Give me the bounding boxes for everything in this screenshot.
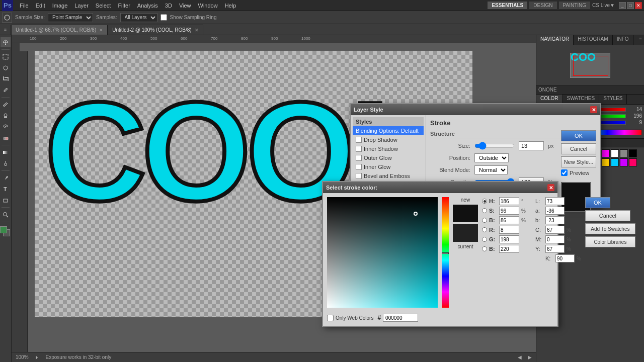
menu-edit[interactable]: Edit (32, 2, 49, 10)
tab-close-2[interactable]: ✕ (195, 28, 199, 33)
swatch-gold[interactable] (602, 158, 610, 166)
foreground-color-swatch[interactable] (0, 226, 7, 233)
outer-glow-checkbox[interactable] (356, 155, 362, 161)
color-picker-dialog[interactable]: Select stroke color: ✕ new current (322, 181, 558, 327)
swatch-black[interactable] (629, 149, 637, 157)
bevel-emboss-item[interactable]: Bevel and Emboss (353, 171, 424, 180)
color-new-box[interactable] (453, 205, 478, 222)
history-brush-tool[interactable] (1, 122, 11, 132)
swatch-sky[interactable] (611, 158, 619, 166)
layer-style-close-btn[interactable]: ✕ (590, 106, 597, 113)
stamp-tool[interactable] (1, 111, 11, 121)
menu-3d[interactable]: 3D (162, 2, 176, 10)
essentials-btn[interactable]: ESSENTIALS (488, 2, 527, 9)
menu-help[interactable]: Help (221, 2, 240, 10)
ls-cancel-btn[interactable]: Cancel (561, 143, 596, 154)
r-input[interactable] (499, 226, 519, 234)
s-input[interactable] (499, 207, 519, 215)
ls-new-style-btn[interactable]: New Style... (561, 156, 596, 167)
tab-navigator[interactable]: NAVIGATOR (536, 35, 574, 45)
painting-btn[interactable]: PAINTING (559, 2, 590, 9)
b-radio[interactable] (482, 218, 487, 223)
swatch-white[interactable] (611, 149, 619, 157)
text-tool[interactable]: T (1, 184, 11, 194)
g-input[interactable] (499, 235, 519, 243)
s-radio[interactable] (482, 208, 487, 213)
foreground-background-colors[interactable] (0, 226, 11, 237)
swatch-purple[interactable] (620, 158, 628, 166)
nav-next[interactable]: ▶ (528, 354, 532, 360)
cp-color-libraries-btn[interactable]: Color Libraries (585, 236, 635, 247)
swatch-rose[interactable] (629, 158, 637, 166)
cs-live-btn[interactable]: CS Live▼ (592, 3, 615, 8)
hash-input[interactable] (383, 314, 418, 322)
inner-glow-item[interactable]: Inner Glow (353, 162, 424, 171)
brush-tool[interactable] (1, 100, 11, 110)
inner-glow-checkbox[interactable] (356, 164, 362, 170)
swatch-gray[interactable] (620, 149, 628, 157)
show-sampling-checkbox[interactable] (160, 14, 167, 21)
tab-untitled2[interactable]: Untitled-2 @ 100% (COOL, RGB/8) ✕ (108, 25, 203, 35)
ls-preview-checkbox[interactable]: Preview (561, 169, 596, 176)
menu-window[interactable]: Window (195, 2, 221, 10)
menu-analysis[interactable]: Analysis (134, 2, 162, 10)
tab-info[interactable]: INFO (613, 35, 633, 45)
move-tool[interactable] (1, 37, 11, 47)
inner-shadow-item[interactable]: Inner Shadow (353, 144, 424, 153)
nav-prev[interactable]: ◀ (518, 354, 522, 360)
k-input[interactable] (555, 254, 575, 262)
hue-slider[interactable] (442, 197, 449, 308)
eyedropper-tool[interactable] (1, 85, 11, 95)
maximize-btn[interactable]: □ (627, 2, 634, 9)
cp-ok-btn[interactable]: OK (585, 197, 610, 208)
color-current-box[interactable] (453, 224, 478, 242)
outer-glow-item[interactable]: Outer Glow (353, 153, 424, 162)
blending-options-item[interactable]: Blending Options: Default (353, 126, 424, 135)
lasso-tool[interactable] (1, 63, 11, 73)
gradient-tool[interactable] (1, 147, 11, 157)
color-picker-close-btn[interactable]: ✕ (547, 184, 554, 191)
dodge-tool[interactable] (1, 158, 11, 168)
m-input[interactable] (545, 235, 565, 243)
l-input[interactable] (545, 197, 565, 205)
drop-shadow-checkbox[interactable] (356, 137, 362, 143)
menu-image[interactable]: Image (49, 2, 71, 10)
b2-radio[interactable] (482, 246, 487, 251)
size-slider[interactable] (474, 142, 515, 150)
b2-input[interactable] (499, 245, 519, 253)
all-layers-select[interactable]: All Layers (120, 13, 157, 22)
menu-layer[interactable]: Layer (71, 2, 92, 10)
tab-styles[interactable]: STYLES (599, 95, 627, 104)
a-input[interactable] (545, 207, 565, 215)
ls-ok-btn[interactable]: OK (561, 130, 596, 141)
menu-view[interactable]: View (176, 2, 195, 10)
r-radio[interactable] (482, 227, 487, 232)
sample-size-select[interactable]: Point Sample (48, 13, 93, 22)
web-colors-checkbox[interactable]: Only Web Colors (327, 315, 373, 321)
b-input[interactable] (499, 216, 519, 224)
menu-select[interactable]: Select (92, 2, 115, 10)
blend-mode-select[interactable]: Normal (474, 165, 508, 174)
pen-tool[interactable] (1, 173, 11, 183)
tab-untitled1[interactable]: Untitled-1 @ 66.7% (COOL, RGB/8) ✕ (11, 25, 108, 35)
c-input[interactable] (545, 226, 565, 234)
minimize-btn[interactable]: _ (619, 2, 626, 9)
shape-tool[interactable] (1, 195, 11, 205)
crop-tool[interactable] (1, 74, 11, 84)
eraser-tool[interactable] (1, 133, 11, 143)
zoom-tool[interactable] (1, 210, 11, 220)
h-radio[interactable] (482, 199, 487, 204)
swatch-magenta[interactable] (602, 149, 610, 157)
bevel-emboss-checkbox[interactable] (356, 173, 362, 179)
design-btn[interactable]: DESIGN (529, 2, 556, 9)
menu-filter[interactable]: Filter (114, 2, 133, 10)
g-radio[interactable] (482, 237, 487, 242)
size-input[interactable] (519, 141, 544, 150)
b3-input[interactable] (545, 216, 565, 224)
close-btn[interactable]: ✕ (635, 2, 642, 9)
selection-tool[interactable] (1, 52, 11, 62)
h-input[interactable] (499, 197, 519, 205)
tab-histogram[interactable]: HISTOGRAM (574, 35, 612, 45)
cp-add-swatches-btn[interactable]: Add To Swatches (585, 223, 635, 234)
y-input[interactable] (545, 245, 565, 253)
